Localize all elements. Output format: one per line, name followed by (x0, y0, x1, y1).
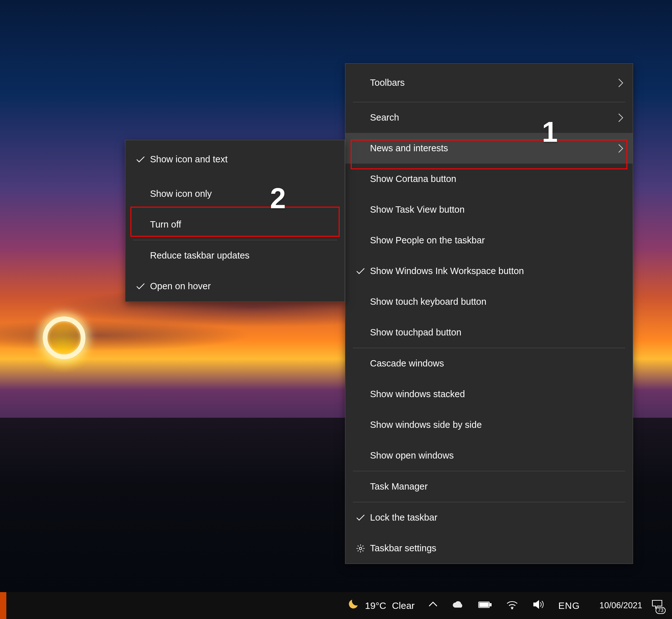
menu-label: Show Cortana button (368, 174, 625, 184)
menu-label: Show windows side by side (368, 420, 625, 430)
menu-item-stacked[interactable]: Show windows stacked (345, 379, 633, 410)
menu-item-open-windows[interactable]: Show open windows (345, 440, 633, 471)
menu-item-ink-workspace[interactable]: Show Windows Ink Workspace button (345, 256, 633, 286)
menu-item-touchpad[interactable]: Show touchpad button (345, 317, 633, 348)
menu-label: Open on hover (148, 281, 337, 291)
menu-item-task-view[interactable]: Show Task View button (345, 194, 633, 225)
menu-label: Show touchpad button (368, 327, 625, 338)
menu-item-cortana[interactable]: Show Cortana button (345, 163, 633, 194)
menu-label: Show icon only (148, 189, 337, 199)
menu-label: Lock the taskbar (368, 512, 625, 523)
menu-label: Show People on the taskbar (368, 235, 625, 246)
menu-label: Task Manager (368, 481, 625, 492)
chevron-right-icon (616, 78, 625, 88)
menu-item-news-interests[interactable]: News and interests (345, 133, 633, 163)
volume-icon[interactable] (532, 599, 544, 612)
menu-label: Show windows stacked (368, 389, 625, 399)
taskbar[interactable]: 19°C Clear ENG 10/06/2021 73 (0, 592, 672, 619)
menu-item-toolbars[interactable]: Toolbars (345, 64, 633, 102)
check-icon (133, 283, 148, 290)
menu-item-people[interactable]: Show People on the taskbar (345, 225, 633, 256)
svg-rect-2 (480, 603, 488, 607)
taskbar-context-menu: Toolbars Search News and interests Show … (345, 63, 633, 564)
menu-label: Show open windows (368, 450, 625, 461)
menu-label: Search (368, 112, 616, 123)
tray-chevron-up-icon[interactable] (428, 600, 438, 611)
menu-label: Show icon and text (148, 154, 337, 164)
language-indicator[interactable]: ENG (558, 600, 580, 611)
menu-label: News and interests (368, 143, 616, 153)
check-icon (133, 156, 148, 163)
action-center-icon[interactable]: 73 (651, 599, 672, 612)
submenu-item-reduce-updates[interactable]: Reduce taskbar updates (125, 240, 345, 271)
menu-item-search[interactable]: Search (345, 102, 633, 133)
gear-icon (353, 544, 368, 553)
taskbar-date[interactable]: 10/06/2021 (591, 601, 651, 610)
check-icon (353, 267, 368, 275)
menu-label: Toolbars (368, 77, 616, 88)
onedrive-icon[interactable] (451, 600, 464, 611)
submenu-item-icon-and-text[interactable]: Show icon and text (125, 140, 345, 179)
submenu-item-turn-off[interactable]: Turn off (125, 209, 345, 240)
menu-item-task-manager[interactable]: Task Manager (345, 471, 633, 502)
svg-rect-3 (490, 604, 491, 606)
menu-item-side-by-side[interactable]: Show windows side by side (345, 410, 633, 440)
submenu-item-open-on-hover[interactable]: Open on hover (125, 271, 345, 301)
menu-label: Show Windows Ink Workspace button (368, 266, 625, 276)
wallpaper-eclipse (43, 317, 85, 359)
taskbar-weather-widget[interactable]: 19°C Clear (337, 598, 424, 613)
menu-label: Taskbar settings (368, 543, 625, 553)
taskbar-left-accent (0, 592, 6, 619)
menu-item-lock-taskbar[interactable]: Lock the taskbar (345, 502, 633, 533)
weather-temperature: 19°C (365, 600, 386, 611)
svg-point-0 (359, 547, 362, 550)
menu-label: Turn off (148, 219, 337, 230)
menu-label: Reduce taskbar updates (148, 250, 337, 261)
weather-condition: Clear (392, 600, 415, 611)
battery-icon[interactable] (478, 600, 492, 611)
menu-label: Show Task View button (368, 204, 625, 215)
menu-label: Cascade windows (368, 358, 625, 369)
wifi-icon[interactable] (506, 600, 519, 611)
menu-item-touch-keyboard[interactable]: Show touch keyboard button (345, 286, 633, 317)
menu-item-cascade[interactable]: Cascade windows (345, 348, 633, 379)
submenu-item-icon-only[interactable]: Show icon only (125, 179, 345, 209)
notification-count-badge: 73 (656, 607, 666, 614)
check-icon (353, 514, 368, 522)
system-tray: ENG (424, 599, 591, 612)
menu-label: Show touch keyboard button (368, 296, 625, 307)
svg-point-4 (512, 608, 513, 609)
menu-item-taskbar-settings[interactable]: Taskbar settings (345, 533, 633, 564)
chevron-right-icon (616, 113, 625, 123)
chevron-right-icon (616, 144, 625, 153)
news-interests-submenu: Show icon and text Show icon only Turn o… (125, 140, 345, 302)
moon-icon (347, 598, 359, 613)
